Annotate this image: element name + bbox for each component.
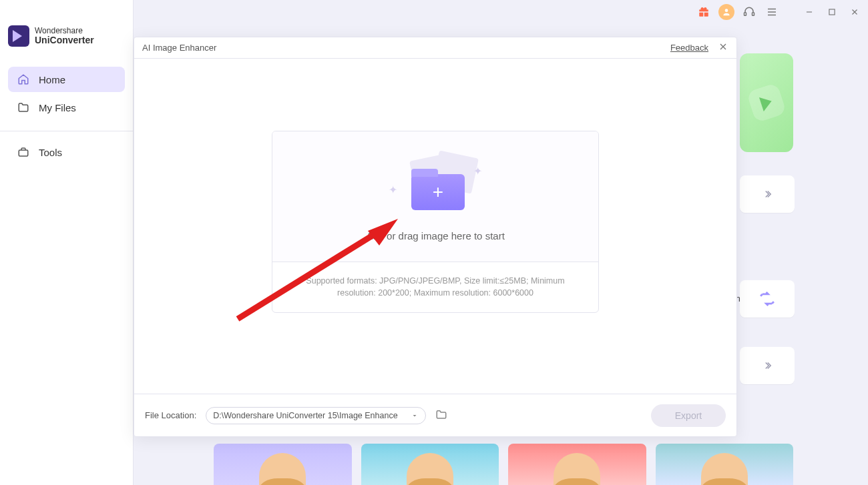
folder-icon [17, 101, 29, 113]
close-window-icon[interactable] [847, 4, 863, 20]
thumb-1[interactable] [214, 444, 352, 485]
thumb-2[interactable] [361, 444, 499, 485]
nav-home[interactable]: Home [8, 67, 125, 92]
open-folder-button[interactable] [435, 408, 447, 422]
nav-tools[interactable]: Tools [8, 141, 125, 163]
bg-row-1[interactable] [740, 175, 795, 213]
nav-my-files-label: My Files [39, 102, 76, 113]
brand-line2: UniConverter [35, 35, 94, 45]
nav-tools-label: Tools [39, 147, 62, 158]
chevron-down-icon [411, 412, 419, 420]
brand-text: Wondershare UniConverter [35, 27, 94, 45]
drop-zone-text: Add or drag image here to start [366, 230, 505, 241]
folder-plus-icon: + ✦ ✦ [389, 154, 482, 213]
titlebar [696, 4, 863, 20]
export-button-label: Export [675, 410, 702, 421]
avatar-icon[interactable] [718, 4, 734, 20]
file-location-label: File Location: [145, 410, 196, 420]
feedback-link[interactable]: Feedback [670, 43, 708, 53]
svg-rect-0 [19, 150, 28, 156]
thumb-3[interactable] [508, 444, 646, 485]
nav-my-files[interactable]: My Files [8, 95, 125, 120]
primary-nav: Home My Files [0, 67, 133, 131]
thumb-4[interactable] [656, 444, 794, 485]
drop-zone-top: + ✦ ✦ Add or drag image here to start [272, 131, 598, 262]
svg-rect-2 [744, 13, 746, 16]
modal-header: AI Image Enhancer Feedback [134, 37, 736, 59]
svg-rect-4 [829, 9, 835, 15]
file-location-value: D:\Wondershare UniConverter 15\Image Enh… [213, 411, 397, 420]
drop-zone[interactable]: + ✦ ✦ Add or drag image here to start Su… [272, 131, 599, 313]
headset-icon[interactable] [741, 4, 757, 20]
modal-title: AI Image Enhancer [142, 43, 216, 53]
sidebar: Wondershare UniConverter Home My Files T… [0, 0, 134, 485]
bg-row-3[interactable] [740, 347, 795, 384]
drop-zone-info: Supported formats: JPG/PNG/JPEG/BMP, Siz… [272, 262, 598, 312]
svg-point-1 [725, 9, 728, 12]
hamburger-icon[interactable] [764, 4, 780, 20]
nav-home-label: Home [39, 74, 65, 85]
home-icon [17, 73, 29, 85]
thumbnail-strip [214, 444, 793, 485]
toolbox-icon [17, 146, 29, 158]
brand-logo-icon [8, 25, 29, 47]
export-button[interactable]: Export [651, 404, 726, 427]
maximize-icon[interactable] [824, 4, 840, 20]
bg-green-card [740, 53, 793, 152]
modal-body: + ✦ ✦ Add or drag image here to start Su… [134, 59, 736, 394]
play-tile-icon [746, 83, 787, 123]
gift-icon[interactable] [696, 4, 712, 20]
bg-row-2[interactable]: n [740, 280, 795, 318]
brand: Wondershare UniConverter [0, 25, 133, 67]
ai-image-enhancer-modal: AI Image Enhancer Feedback + ✦ ✦ Add or … [134, 37, 737, 437]
file-location-select[interactable]: D:\Wondershare UniConverter 15\Image Enh… [206, 407, 426, 424]
svg-rect-3 [752, 13, 754, 16]
modal-footer: File Location: D:\Wondershare UniConvert… [134, 394, 736, 436]
close-icon[interactable] [718, 41, 728, 54]
tools-group: Tools [0, 141, 133, 163]
minimize-icon[interactable] [801, 4, 817, 20]
